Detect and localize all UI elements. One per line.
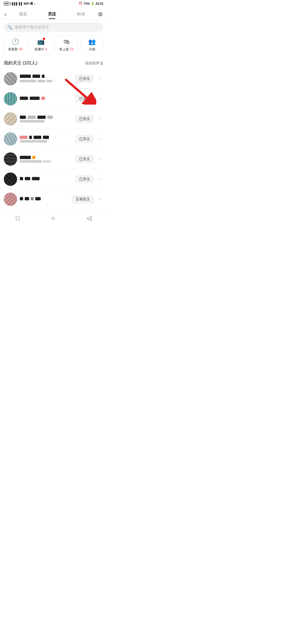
list-item: 已关注 ···: [4, 129, 103, 149]
filter-live-label: 直播中 5: [34, 47, 47, 52]
sim-icon: 1: [10, 2, 12, 5]
signal-icon: ▌▌▌: [12, 2, 18, 5]
back-button[interactable]: ‹: [4, 10, 9, 18]
wechat-icon: 微: [30, 2, 33, 6]
user-info: [20, 197, 69, 201]
tab-following[interactable]: 关注: [47, 9, 57, 19]
follow-button[interactable]: 已关注: [75, 155, 94, 163]
more-button[interactable]: ···: [97, 95, 103, 102]
filter-updates[interactable]: 🕐 有更新 49: [4, 35, 27, 55]
more-button[interactable]: ···: [97, 75, 103, 82]
avatar[interactable]: [4, 72, 17, 85]
user-info: ›: [20, 75, 73, 83]
list-item: 已关注 ···: [4, 89, 103, 109]
follow-button[interactable]: 互相关注: [72, 195, 94, 203]
group-icon: 👥: [88, 38, 96, 45]
user-info: [20, 136, 73, 143]
sort-label: 综合排序: [85, 61, 99, 66]
avatar[interactable]: [4, 132, 17, 146]
tv-icon: 📺: [37, 38, 45, 45]
filter-group[interactable]: 👥 分组: [81, 35, 103, 55]
status-left: HD 1 ▌▌▌ ▌▌ WiFi 微 ♪: [4, 2, 35, 6]
more-button[interactable]: ···: [97, 155, 103, 163]
more-button[interactable]: ···: [97, 196, 103, 203]
search-bar[interactable]: 🔍 搜索用户备注或名字: [4, 23, 103, 32]
user-info: [20, 177, 73, 181]
follow-button[interactable]: 已关注: [75, 115, 94, 123]
follow-button[interactable]: 已关注: [75, 135, 94, 143]
wifi-icon: WiFi: [24, 2, 29, 5]
sort-button[interactable]: 综合排序 ☰: [85, 61, 103, 66]
avatar[interactable]: [4, 112, 17, 125]
avatar[interactable]: [4, 152, 17, 166]
sort-icon: ☰: [100, 61, 103, 66]
more-button[interactable]: ···: [97, 176, 103, 183]
section-header: 我的关注 (101人) 综合排序 ☰: [0, 59, 107, 69]
user-list: › 已关注 ··· 已关注 ···: [0, 69, 107, 209]
search-placeholder: 搜索用户备注或名字: [15, 25, 49, 30]
user-info: [20, 156, 73, 163]
top-nav: ‹ 朋友 关注 粉丝 ⚙: [0, 7, 107, 19]
clock-icon: 🕐: [12, 38, 19, 45]
bag-icon: 🛍: [64, 38, 70, 45]
list-item: › 已关注 ···: [4, 69, 103, 89]
bottom-nav: □ ○ ◁: [0, 212, 107, 226]
follow-button[interactable]: 已关注: [75, 75, 94, 83]
battery-level: 71%: [84, 2, 90, 5]
follow-button[interactable]: 已关注: [75, 175, 94, 183]
nav-circle-button[interactable]: ○: [51, 215, 55, 222]
time: 23:31: [96, 2, 103, 5]
filter-row: 🕐 有更新 49 📺 直播中 5 🛍 有上新 22 👥 分组: [0, 35, 107, 59]
nav-square-button[interactable]: □: [16, 215, 20, 222]
status-bar: HD 1 ▌▌▌ ▌▌ WiFi 微 ♪ ⏰ 71% 🔋 23:31: [0, 0, 107, 7]
avatar[interactable]: [4, 173, 17, 186]
user-info: [20, 116, 73, 122]
list-item: 互相关注 ···: [4, 189, 103, 209]
tab-fans[interactable]: 粉丝: [76, 9, 86, 19]
battery-icon: 🔋: [91, 2, 95, 6]
status-right: ⏰ 71% 🔋 23:31: [79, 2, 103, 6]
filter-updates-label: 有更新 49: [8, 47, 23, 52]
music-icon: ♪: [34, 2, 35, 5]
list-item: 已关注 ···: [4, 149, 103, 169]
hd-badge: HD: [4, 2, 9, 6]
list-item: 已关注 ···: [4, 109, 103, 129]
avatar[interactable]: [4, 193, 17, 206]
list-item: 已关注 ···: [4, 169, 103, 189]
more-button[interactable]: ···: [97, 115, 103, 122]
signal2-icon: ▌▌: [19, 2, 23, 5]
filter-new-label: 有上新 22: [59, 47, 74, 52]
alarm-icon: ⏰: [79, 2, 82, 6]
filter-new[interactable]: 🛍 有上新 22: [55, 35, 78, 55]
follow-button[interactable]: 已关注: [75, 95, 94, 103]
nav-tabs: 朋友 关注 粉丝: [9, 9, 96, 19]
more-button[interactable]: ···: [97, 135, 103, 143]
chevron-right-icon: ›: [53, 79, 54, 83]
section-title: 我的关注 (101人): [4, 60, 37, 66]
avatar[interactable]: [4, 92, 17, 105]
settings-icon[interactable]: ⚙: [96, 10, 103, 19]
search-icon: 🔍: [8, 25, 12, 29]
filter-live[interactable]: 📺 直播中 5: [29, 35, 52, 55]
user-info: [20, 97, 73, 101]
nav-back-button[interactable]: ◁: [87, 215, 91, 222]
tab-friends[interactable]: 朋友: [18, 9, 28, 19]
filter-group-label: 分组: [89, 47, 95, 52]
